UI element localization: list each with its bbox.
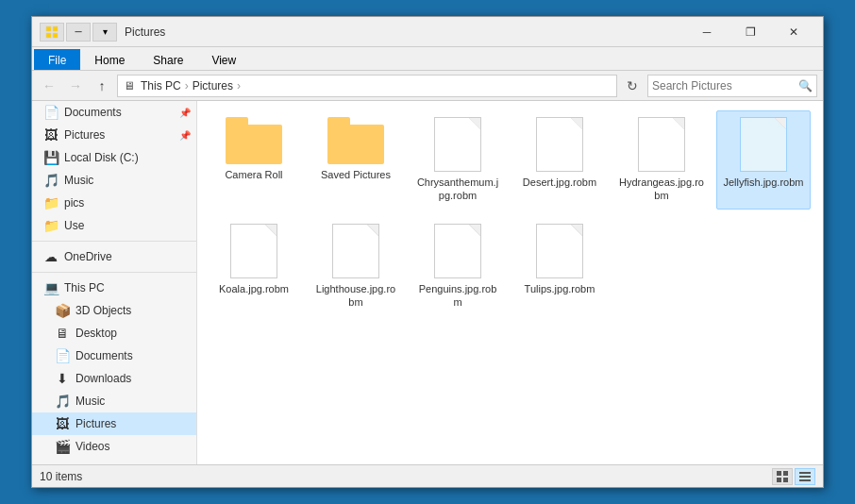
sidebar-label-pictures2: Pictures	[75, 417, 116, 430]
sidebar-item-pictures2[interactable]: 🖼 Pictures	[32, 412, 196, 435]
sidebar-item-documents2[interactable]: 📄 Documents	[32, 344, 196, 367]
sidebar-item-use[interactable]: 📁 Use	[32, 214, 196, 237]
file-icon	[434, 224, 481, 278]
pictures2-icon: 🖼	[55, 416, 70, 431]
minimize-button[interactable]: ─	[685, 17, 729, 47]
list-item[interactable]: Desert.jpg.robm	[512, 110, 607, 210]
sidebar: 📄 Documents 📌 🖼 Pictures 📌 💾 Local Disk …	[32, 101, 197, 464]
refresh-button[interactable]: ↻	[621, 75, 644, 97]
file-name: Chrysanthemum.jpg.robm	[415, 176, 500, 203]
close-button[interactable]: ✕	[772, 17, 815, 47]
file-icon	[332, 224, 379, 278]
tab-home[interactable]: Home	[80, 49, 139, 70]
pics-icon: 📁	[43, 195, 59, 210]
sidebar-item-videos[interactable]: 🎬 Videos	[32, 435, 196, 458]
back-button[interactable]: ←	[38, 75, 60, 97]
sidebar-item-downloads[interactable]: ⬇ Downloads	[32, 367, 196, 390]
use-icon: 📁	[43, 218, 59, 233]
explorer-window: ─ ▾ Pictures ─ ❐ ✕ File Home Share View …	[31, 16, 824, 488]
videos-icon: 🎬	[55, 439, 70, 454]
svg-rect-7	[783, 478, 788, 482]
onedrive-icon: ☁	[43, 249, 59, 264]
sidebar-item-desktop[interactable]: 🖥 Desktop	[32, 322, 196, 344]
svg-rect-10	[799, 479, 811, 481]
quick-access-btn1[interactable]: ─	[66, 23, 91, 42]
search-input[interactable]	[652, 79, 798, 92]
search-box[interactable]: 🔍	[647, 75, 817, 97]
file-icon	[434, 117, 481, 172]
documents2-icon: 📄	[55, 348, 70, 363]
sidebar-label-this-pc: This PC	[64, 281, 105, 294]
sidebar-item-documents[interactable]: 📄 Documents 📌	[32, 101, 196, 124]
sidebar-container: 📄 Documents 📌 🖼 Pictures 📌 💾 Local Disk …	[32, 101, 197, 464]
sidebar-item-pics[interactable]: 📁 pics	[32, 192, 196, 214]
list-item[interactable]: Chrysanthemum.jpg.robm	[411, 110, 505, 210]
list-item[interactable]: Hydrangeas.jpg.robm	[614, 110, 709, 210]
tab-view[interactable]: View	[197, 49, 250, 70]
svg-rect-8	[799, 472, 811, 474]
path-this-pc[interactable]: This PC	[141, 79, 181, 92]
local-disk-icon: 💾	[43, 150, 59, 165]
sidebar-divider-2	[32, 272, 196, 273]
list-item[interactable]: Tulips.jpg.robm	[512, 217, 607, 316]
sidebar-label-pictures: Pictures	[64, 128, 105, 142]
file-name: Desert.jpg.robm	[523, 176, 596, 189]
list-item[interactable]: Saved Pictures	[309, 110, 403, 210]
maximize-button[interactable]: ❐	[729, 17, 772, 47]
svg-rect-4	[777, 471, 781, 476]
list-item[interactable]: Jellyfish.jpg.robm	[716, 110, 811, 210]
file-icon	[638, 117, 685, 172]
tab-share[interactable]: Share	[139, 49, 197, 70]
path-pictures[interactable]: Pictures	[193, 79, 233, 92]
forward-button[interactable]: →	[64, 75, 87, 97]
svg-rect-2	[46, 33, 51, 38]
sidebar-item-music[interactable]: 🎵 Music	[32, 169, 196, 192]
sidebar-item-onedrive[interactable]: ☁ OneDrive	[32, 245, 196, 268]
up-button[interactable]: ↑	[91, 75, 113, 97]
title-bar-quick-btns: ─ ▾	[40, 23, 117, 42]
sidebar-label-use: Use	[64, 219, 84, 232]
window-controls: ─ ❐ ✕	[685, 17, 815, 47]
path-sep-2: ›	[237, 79, 241, 92]
sidebar-label-documents: Documents	[64, 106, 122, 119]
file-name: Jellyfish.jpg.robm	[724, 176, 804, 189]
pin-icon-documents: 📌	[179, 108, 191, 118]
view-toggles	[772, 468, 815, 485]
sidebar-label-pics: pics	[64, 196, 84, 210]
this-pc-icon: 💻	[43, 280, 59, 295]
grid-view-button[interactable]	[772, 468, 793, 485]
sidebar-label-music: Music	[64, 174, 93, 187]
sidebar-item-3d-objects[interactable]: 📦 3D Objects	[32, 299, 196, 322]
sidebar-item-this-pc[interactable]: 💻 This PC	[32, 277, 196, 299]
downloads-icon: ⬇	[55, 371, 70, 386]
sidebar-label-onedrive: OneDrive	[64, 250, 112, 263]
path-sep-1: ›	[185, 79, 189, 92]
sidebar-item-music2[interactable]: 🎵 Music	[32, 390, 196, 412]
file-name: Penguins.jpg.robm	[415, 282, 500, 310]
file-name: Lighthouse.jpg.robm	[313, 282, 398, 310]
folder-icon	[327, 117, 384, 164]
sidebar-item-pictures[interactable]: 🖼 Pictures 📌	[32, 124, 196, 146]
status-bar: 10 items	[32, 464, 823, 487]
list-item[interactable]: Lighthouse.jpg.robm	[309, 217, 403, 316]
quick-access-btn2[interactable]: ▾	[92, 23, 117, 42]
sidebar-label-local-disk: Local Disk (C:)	[64, 151, 139, 164]
sidebar-label-videos: Videos	[75, 440, 109, 453]
sidebar-item-local-disk[interactable]: 💾 Local Disk (C:)	[32, 146, 196, 169]
file-name: Tulips.jpg.robm	[525, 282, 595, 295]
pin-icon-pictures: 📌	[179, 130, 191, 141]
address-bar: ← → ↑ 🖥 This PC › Pictures › ↻ 🔍	[32, 71, 823, 101]
item-count: 10 items	[40, 470, 82, 483]
svg-rect-1	[53, 26, 58, 31]
list-item[interactable]: Koala.jpg.robm	[207, 217, 301, 316]
list-item[interactable]: Camera Roll	[207, 110, 301, 210]
tab-file[interactable]: File	[34, 49, 80, 70]
svg-rect-6	[777, 478, 781, 482]
file-icon	[740, 117, 787, 172]
address-path[interactable]: 🖥 This PC › Pictures ›	[117, 75, 617, 97]
list-item[interactable]: Penguins.jpg.robm	[411, 217, 505, 316]
desktop-icon: 🖥	[55, 326, 70, 341]
search-icon[interactable]: 🔍	[798, 79, 813, 92]
list-view-button[interactable]	[795, 468, 815, 485]
file-icon	[536, 117, 583, 172]
